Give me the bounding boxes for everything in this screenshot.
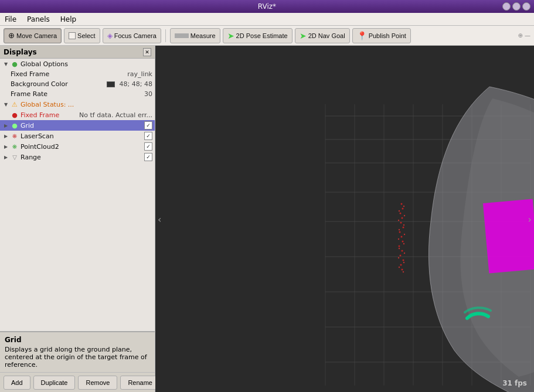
tree-item-frame-rate[interactable]: Frame Rate 30: [0, 89, 155, 99]
svg-point-28: [400, 255, 402, 257]
expand-arrow: ▶: [2, 154, 9, 161]
range-label: Range: [21, 154, 142, 161]
separator-1: [165, 29, 166, 42]
svg-point-20: [402, 217, 403, 219]
svg-point-19: [400, 213, 402, 214]
svg-point-30: [400, 264, 402, 266]
maximize-button[interactable]: [512, 2, 521, 11]
svg-point-27: [402, 250, 403, 252]
expand-arrow: ▶: [2, 122, 9, 129]
frame-rate-value: 30: [144, 90, 152, 98]
tree-item-background-color[interactable]: Background Color 48; 48; 48: [0, 79, 155, 89]
nav-goal-icon: ➤: [300, 31, 307, 40]
pointcloud2-label: PointCloud2: [21, 143, 142, 151]
svg-point-42: [404, 253, 405, 254]
svg-point-35: [398, 220, 399, 221]
nav-goal-button[interactable]: ➤ 2D Nav Goal: [295, 28, 350, 43]
close-button[interactable]: [522, 2, 530, 11]
svg-point-32: [403, 206, 404, 207]
publish-point-button[interactable]: 📍 Publish Point: [352, 28, 411, 43]
svg-point-41: [399, 248, 400, 249]
move-camera-label: Move Camera: [16, 32, 57, 39]
expand-arrow: ▶: [2, 132, 9, 139]
window-title: RViz*: [258, 2, 276, 11]
select-label: Select: [77, 32, 96, 39]
menu-file[interactable]: File: [2, 15, 19, 24]
window-controls[interactable]: [502, 2, 530, 11]
range-checkbox[interactable]: ✓: [144, 153, 152, 161]
tree-item-fixed-frame-status[interactable]: ● Fixed Frame No tf data. Actual err...: [0, 110, 155, 120]
focus-camera-button[interactable]: ◈ Focus Camera: [103, 28, 161, 43]
tree-item-range[interactable]: ▶ ▽ Range ✓: [0, 152, 155, 162]
tree-item-fixed-frame[interactable]: Fixed Frame ray_link: [0, 69, 155, 79]
laserscan-checkbox[interactable]: ✓: [144, 132, 152, 140]
svg-point-33: [399, 210, 400, 212]
duplicate-button[interactable]: Duplicate: [33, 376, 76, 390]
measure-label: Measure: [191, 32, 216, 39]
displays-panel-close[interactable]: ✕: [143, 48, 151, 56]
svg-point-34: [404, 215, 405, 216]
measure-icon: [175, 33, 189, 38]
menu-help[interactable]: Help: [58, 15, 79, 24]
tree-item-pointcloud2[interactable]: ▶ ❋ PointCloud2 ✓: [0, 141, 155, 152]
tree-item-global-status[interactable]: ▼ ⚠ Global Status: ...: [0, 99, 155, 110]
range-icon: ▽: [11, 153, 19, 161]
grid-checkbox[interactable]: ✓: [144, 121, 152, 129]
select-button[interactable]: Select: [64, 28, 100, 43]
laserscan-icon: ❋: [11, 132, 19, 140]
toolbar: ⊕ Move Camera Select ◈ Focus Camera Meas…: [0, 26, 534, 46]
expand-arrow: ▼: [2, 60, 9, 67]
info-panel: Grid Displays a grid along the ground pl…: [0, 332, 155, 372]
svg-point-45: [399, 267, 400, 268]
toolbar-extra-menu[interactable]: ⊕ —: [518, 32, 530, 39]
move-camera-button[interactable]: ⊕ Move Camera: [4, 28, 62, 43]
tree-item-global-options[interactable]: ▼ ● Global Options: [0, 59, 155, 69]
svg-point-25: [402, 241, 404, 243]
svg-point-36: [403, 224, 404, 226]
focus-camera-label: Focus Camera: [114, 32, 157, 39]
move-camera-icon: ⊕: [8, 31, 15, 40]
svg-point-26: [399, 246, 400, 247]
pose-estimate-label: 2D Pose Estimate: [236, 32, 288, 39]
displays-panel-header: Displays ✕: [0, 46, 155, 59]
laserscan-points: [398, 203, 405, 273]
publish-point-label: Publish Point: [369, 32, 406, 39]
global-options-label: Global Options: [21, 60, 152, 68]
svg-point-21: [400, 222, 402, 224]
3d-viewport[interactable]: .grid-line { stroke: #555; stroke-width:…: [155, 46, 534, 392]
tree-item-laserscan[interactable]: ▶ ❋ LaserScan ✓: [0, 131, 155, 141]
svg-point-39: [398, 238, 399, 240]
info-title: Grid: [5, 336, 150, 344]
add-button[interactable]: Add: [4, 376, 30, 390]
svg-point-23: [399, 231, 401, 233]
frame-rate-key: Frame Rate: [11, 90, 142, 98]
remove-button[interactable]: Remove: [78, 376, 117, 390]
menubar: File Panels Help: [0, 13, 534, 26]
info-description: Displays a grid along the ground plane, …: [5, 346, 150, 369]
menu-panels[interactable]: Panels: [25, 15, 52, 24]
rename-button[interactable]: Rename: [120, 376, 160, 390]
svg-point-29: [403, 260, 404, 261]
displays-tree: ▼ ● Global Options Fixed Frame ray_link …: [0, 59, 155, 332]
fixed-frame-status-value: No tf data. Actual err...: [79, 111, 152, 119]
fixed-frame-key: Fixed Frame: [11, 70, 125, 78]
viewport-nav-left[interactable]: ‹: [158, 213, 161, 224]
publish-point-icon: 📍: [357, 31, 367, 40]
measure-button[interactable]: Measure: [170, 28, 220, 43]
pointcloud2-checkbox[interactable]: ✓: [144, 142, 152, 151]
status-warning-icon: ⚠: [11, 100, 19, 108]
pointcloud2-icon: ❋: [11, 142, 19, 151]
bg-color-key: Background Color: [11, 80, 107, 88]
svg-point-44: [403, 262, 404, 263]
minimize-button[interactable]: [502, 2, 511, 11]
expand-arrow: ▼: [2, 101, 9, 108]
status-error-icon: ●: [11, 111, 19, 119]
expand-arrow: ▶: [2, 143, 9, 150]
viewport-nav-right[interactable]: ›: [528, 213, 532, 224]
grid-overlay: .grid-line { stroke: #555; stroke-width:…: [155, 46, 534, 392]
tree-item-grid[interactable]: ▶ ● Grid ✓: [0, 120, 155, 131]
displays-panel-title: Displays: [4, 48, 37, 56]
svg-point-24: [401, 236, 403, 238]
svg-point-37: [399, 229, 400, 230]
pose-estimate-button[interactable]: ➤ 2D Pose Estimate: [223, 28, 292, 43]
